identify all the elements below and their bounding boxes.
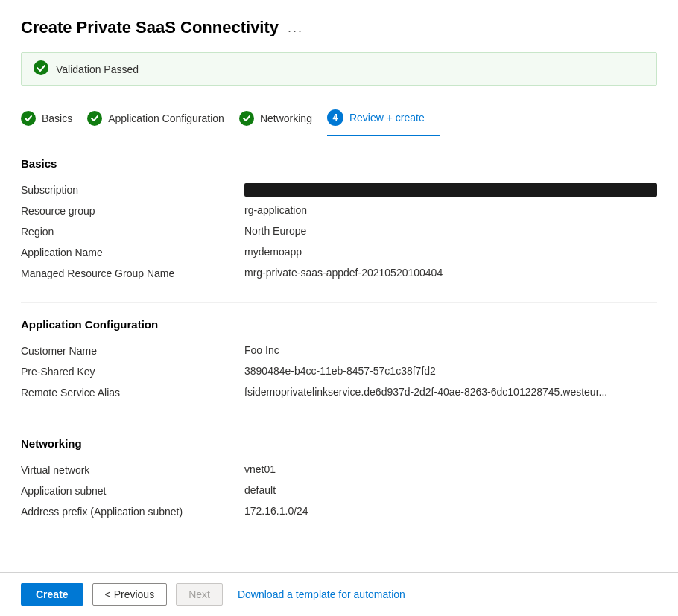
customer-name-label: Customer Name [21,344,244,357]
review-create-number: 4 [327,109,343,126]
managed-rg-value: mrg-private-saas-appdef-20210520100404 [244,267,657,279]
review-create-step-label: Review + create [349,112,425,124]
previous-button[interactable]: < Previous [92,583,168,606]
wizard-step-app-config[interactable]: Application Configuration [87,105,239,135]
divider-2 [21,422,657,422]
wizard-step-review-create[interactable]: 4 Review + create [327,104,440,136]
region-row: Region North Europe [21,222,657,243]
app-config-section-title: Application Configuration [21,318,657,331]
region-label: Region [21,225,244,238]
region-value: North Europe [244,225,657,237]
app-config-check-icon [87,111,102,126]
app-subnet-row: Application subnet default [21,481,657,502]
resource-group-value: rg-application [244,204,657,216]
validation-check-icon [34,60,48,77]
wizard-steps: Basics Application Configuration Network… [21,104,657,136]
subscription-row: Subscription [21,180,657,201]
remote-service-alias-label: Remote Service Alias [21,386,244,399]
wizard-step-networking[interactable]: Networking [239,105,327,135]
address-prefix-label: Address prefix (Application subnet) [21,505,244,518]
validation-banner: Validation Passed [21,52,657,86]
ellipsis-menu-button[interactable]: ... [288,20,303,36]
address-prefix-value: 172.16.1.0/24 [244,505,657,517]
customer-name-row: Customer Name Foo Inc [21,341,657,362]
app-config-section: Application Configuration Customer Name … [21,318,657,404]
networking-step-label: Networking [260,112,312,124]
svg-point-0 [34,60,48,75]
pre-shared-key-label: Pre-Shared Key [21,365,244,378]
validation-text: Validation Passed [56,63,139,75]
virtual-network-row: Virtual network vnet01 [21,460,657,481]
networking-check-icon [239,111,254,126]
managed-rg-label: Managed Resource Group Name [21,267,244,279]
basics-check-icon [21,111,36,126]
download-template-link[interactable]: Download a template for automation [238,588,405,600]
address-prefix-row: Address prefix (Application subnet) 172.… [21,502,657,523]
networking-section: Networking Virtual network vnet01 Applic… [21,437,657,523]
pre-shared-key-value: 3890484e-b4cc-11eb-8457-57c1c38f7fd2 [244,365,657,377]
application-name-value: mydemoapp [244,246,657,258]
app-subnet-label: Application subnet [21,484,244,497]
create-button[interactable]: Create [21,583,83,606]
app-subnet-value: default [244,484,657,496]
basics-section: Basics Subscription Resource group rg-ap… [21,157,657,285]
virtual-network-label: Virtual network [21,463,244,476]
pre-shared-key-row: Pre-Shared Key 3890484e-b4cc-11eb-8457-5… [21,362,657,383]
basics-step-label: Basics [42,112,72,124]
wizard-step-basics[interactable]: Basics [21,105,87,135]
subscription-label: Subscription [21,183,244,196]
app-config-step-label: Application Configuration [108,112,224,124]
subscription-value [244,183,657,197]
networking-section-title: Networking [21,437,657,450]
application-name-label: Application Name [21,246,244,258]
page-title: Create Private SaaS Connectivity [21,18,279,37]
virtual-network-value: vnet01 [244,463,657,475]
managed-rg-row: Managed Resource Group Name mrg-private-… [21,264,657,285]
customer-name-value: Foo Inc [244,344,657,356]
resource-group-row: Resource group rg-application [21,201,657,222]
next-button: Next [176,583,223,606]
remote-service-alias-row: Remote Service Alias fsidemoprivatelinks… [21,383,657,404]
footer: Create < Previous Next Download a templa… [0,572,678,616]
basics-section-title: Basics [21,157,657,170]
divider-1 [21,302,657,303]
remote-service-alias-value: fsidemoprivatelinkservice.de6d937d-2d2f-… [244,386,657,398]
application-name-row: Application Name mydemoapp [21,243,657,264]
resource-group-label: Resource group [21,204,244,217]
